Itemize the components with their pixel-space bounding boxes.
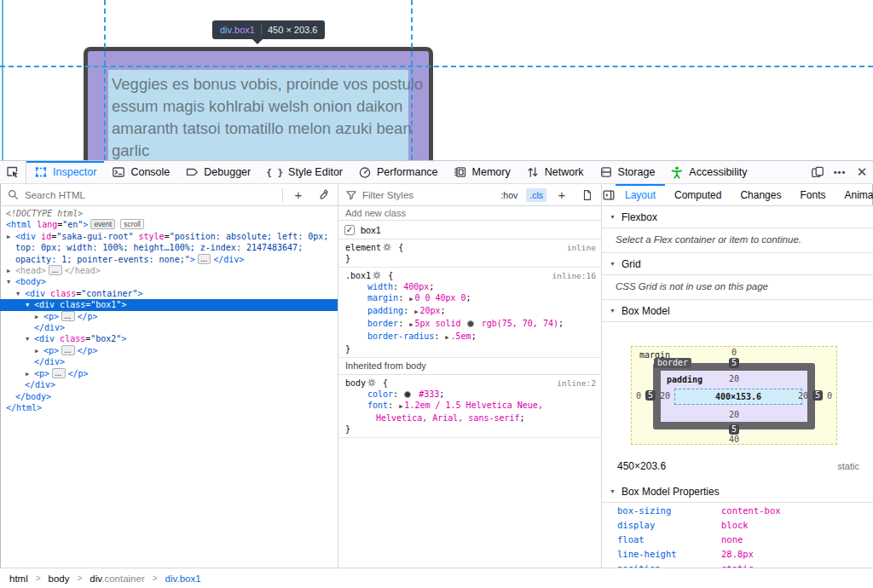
markup-node[interactable]: ▶<div id="saka-gui-root" style="position… (0, 231, 338, 265)
expand-twisty[interactable]: ▼ (26, 300, 29, 311)
property-value[interactable]: 400px (403, 282, 429, 291)
tab-memory[interactable]: Memory (446, 161, 518, 183)
property-name[interactable]: color (367, 389, 393, 399)
class-toggle[interactable]: .cls (526, 188, 546, 202)
rule-selector[interactable]: element (345, 243, 381, 252)
property-name[interactable]: font (367, 401, 388, 410)
css-declaration[interactable]: margin: ▶0 0 40px 0; (345, 292, 596, 305)
grid-section-header[interactable]: ▼ Grid (602, 253, 873, 275)
markup-node[interactable]: ▶<p>…</p> (0, 368, 338, 379)
collapsed-children-badge[interactable]: … (61, 311, 75, 321)
add-new-class-row[interactable]: Add new class (338, 206, 601, 221)
rule-source-link[interactable]: inline:2 (557, 378, 596, 389)
add-new-class-input[interactable]: Add new class (345, 208, 406, 218)
collapsed-children-badge[interactable]: … (198, 254, 211, 264)
markup-node[interactable]: ▼<div class="box2"> (0, 333, 338, 344)
sidebar-tab-changes[interactable]: Changes (731, 184, 790, 205)
selector-highlighter-icon[interactable] (371, 271, 383, 280)
css-declaration[interactable]: width: 400px; (345, 281, 596, 292)
tab-performance[interactable]: Performance (350, 161, 446, 183)
property-value[interactable]: 0 0 40px 0 (414, 293, 465, 303)
border-left-value[interactable]: 5 (645, 390, 656, 401)
css-declaration[interactable]: border-radius: ▶.5em; (345, 331, 596, 343)
property-value[interactable]: .5em (451, 331, 471, 341)
box-model-section-header[interactable]: ▼ Box Model (602, 300, 873, 322)
property-name[interactable]: border (367, 319, 398, 328)
markup-node[interactable]: ▼<div class="container"> (0, 288, 338, 299)
css-declaration[interactable]: border: ▶5px solid rgb(75, 70, 74); (345, 318, 596, 331)
markup-node[interactable]: ▶<p>…</p> (0, 311, 338, 322)
property-value[interactable]: 20px (419, 306, 440, 315)
collapsed-children-badge[interactable]: … (61, 345, 75, 355)
padding-left-value[interactable]: 20 (660, 391, 670, 401)
box-model-content-box[interactable]: 400×153.6 (674, 389, 802, 405)
expand-twisty[interactable]: ▼ (26, 334, 29, 345)
breadcrumb-item-div-container[interactable]: div.container (90, 574, 144, 584)
markup-node[interactable]: </body> (0, 391, 338, 402)
color-swatch[interactable] (404, 391, 411, 398)
meatball-menu-button[interactable]: ••• (829, 161, 851, 183)
expand-twisty[interactable]: ▶ (7, 266, 10, 277)
markup-node[interactable]: </div> (0, 379, 338, 390)
node-picker-button[interactable] (0, 161, 26, 183)
selector-highlighter-icon[interactable] (381, 243, 393, 252)
print-media-button[interactable] (577, 185, 598, 205)
dock-options-button[interactable] (807, 161, 829, 183)
expand-twisty[interactable]: ▶ (35, 312, 38, 323)
margin-bottom-value[interactable]: 40 (729, 435, 739, 444)
property-name[interactable]: width (367, 282, 393, 291)
collapsed-children-badge[interactable]: … (52, 368, 66, 378)
margin-right-value[interactable]: 0 (827, 391, 832, 401)
expand-twisty[interactable]: ▶ (35, 346, 38, 357)
pseudo-class-toggle[interactable]: :hov (497, 188, 521, 202)
property-name[interactable]: padding (367, 306, 403, 315)
property-value[interactable]: rgb(75, 70, 74) (477, 319, 558, 328)
filter-styles-input[interactable]: Filter Styles (362, 190, 492, 200)
rule-source-link[interactable]: inline:16 (552, 270, 596, 281)
border-bottom-value[interactable]: 5 (729, 424, 739, 435)
padding-right-value[interactable]: 20 (798, 391, 808, 401)
rule-selector[interactable]: .box1 (345, 271, 371, 280)
markup-node[interactable]: ▼<body> (0, 276, 338, 287)
css-declaration[interactable]: padding: ▶20px; (345, 305, 596, 318)
rule-source-link[interactable]: inline (567, 242, 596, 253)
padding-bottom-value[interactable]: 20 (729, 410, 739, 419)
tab-storage[interactable]: Storage (592, 161, 663, 183)
breadcrumb-item-div-box1[interactable]: div.box1 (165, 574, 201, 584)
markup-node[interactable]: ▶<head>…</head> (0, 265, 338, 276)
box-model-properties-header[interactable]: ▼ Box Model Properties (602, 481, 873, 503)
expand-twisty[interactable]: ▼ (7, 277, 10, 288)
markup-node[interactable]: </html> (0, 402, 338, 413)
padding-top-value[interactable]: 20 (729, 374, 739, 383)
tab-network[interactable]: Network (518, 161, 592, 183)
markup-node-selected[interactable]: ▼<div class="box1"> (0, 299, 338, 310)
sidebar-tab-computed[interactable]: Computed (665, 184, 731, 205)
tab-inspector[interactable]: Inspector (26, 161, 104, 183)
markup-node[interactable]: </div> (0, 356, 338, 367)
collapsed-children-badge[interactable]: … (49, 265, 62, 275)
breadcrumb-item-html[interactable]: html (9, 574, 28, 584)
shorthand-twisty[interactable]: ▶ (399, 403, 402, 410)
flexbox-section-header[interactable]: ▼ Flexbox (602, 206, 873, 228)
expand-twisty[interactable]: ▶ (26, 369, 29, 380)
node-badge[interactable]: scroll (120, 219, 144, 229)
shorthand-twisty[interactable]: ▶ (409, 296, 413, 303)
margin-top-value[interactable]: 0 (731, 348, 737, 357)
add-node-button[interactable]: + (288, 185, 309, 205)
margin-left-value[interactable]: 0 (636, 391, 641, 401)
sidebar-tab-layout[interactable]: Layout (616, 184, 665, 205)
property-value[interactable]: #333 (413, 389, 439, 399)
css-declaration[interactable]: font: ▶1.2em / 1.5 Helvetica Neue, Helve… (345, 400, 596, 424)
rule-selector[interactable]: body (345, 378, 366, 388)
tab-style-editor[interactable]: { }Style Editor (258, 161, 350, 183)
shorthand-twisty[interactable]: ▶ (409, 321, 413, 328)
tab-console[interactable]: Console (104, 161, 177, 183)
add-rule-button[interactable]: + (552, 185, 572, 205)
breadcrumb-item-body[interactable]: body (49, 574, 70, 584)
class-checkbox[interactable]: ✓ (344, 225, 355, 235)
sidebar-expand-button[interactable] (602, 184, 616, 205)
markup-node[interactable]: ▶<p>…</p> (0, 345, 338, 356)
node-badge[interactable]: event (90, 219, 115, 229)
search-input[interactable]: Search HTML (25, 190, 277, 200)
property-value[interactable]: 5px solid (414, 319, 465, 328)
